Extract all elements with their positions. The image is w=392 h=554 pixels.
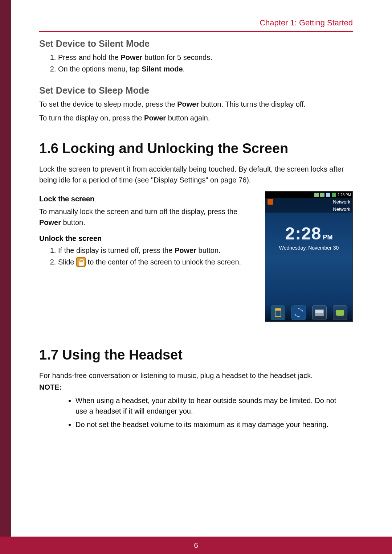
text: To turn the display on, press the xyxy=(39,114,144,122)
text: If the display is turned off, press the xyxy=(58,246,175,254)
unlock-subhead: Unlock the screen xyxy=(39,234,256,243)
footer-bar: 6 xyxy=(0,537,392,554)
dock-lock-icon[interactable] xyxy=(271,305,285,320)
side-strip xyxy=(0,0,11,537)
silent-step-1: Press and hold the Power button for 5 se… xyxy=(58,52,353,63)
text: On the options menu, tap xyxy=(58,65,142,73)
signal-icon xyxy=(314,193,319,197)
unlock-step-2: Slide to the center of the screen to unl… xyxy=(58,257,256,267)
text: To set the device to sleep mode, press t… xyxy=(39,100,177,108)
section-1-6-intro: Lock the screen to prevent it from accid… xyxy=(39,164,353,185)
phone-screenshot: 2:28 PM Network Network 2:28PM Wednesday… xyxy=(265,191,353,322)
status-bar: 2:28 PM xyxy=(265,192,352,198)
text: button. xyxy=(196,246,221,254)
note-bullets: When using a headset, your ability to he… xyxy=(75,395,353,430)
lock-text: To manually lock the screen and turn off… xyxy=(39,206,256,228)
dock-gallery-icon[interactable] xyxy=(312,305,327,320)
sleep-mode-heading: Set Device to Sleep Mode xyxy=(39,85,353,96)
clock-date: Wednesday, November 30 xyxy=(265,245,352,251)
signal-icon xyxy=(326,193,330,197)
bold: Power xyxy=(121,53,142,61)
text: button. This turns the display off. xyxy=(199,100,306,108)
notification-row: Network xyxy=(265,198,352,205)
bold: Power xyxy=(175,246,196,254)
chapter-header: Chapter 1: Getting Started xyxy=(39,18,353,32)
status-time: 2:28 PM xyxy=(338,193,351,197)
signal-icon xyxy=(320,193,324,197)
lockscreen-dock xyxy=(265,304,352,321)
bold: Power xyxy=(39,218,61,226)
unlock-steps: If the display is turned off, press the … xyxy=(58,245,256,267)
clock-ampm: PM xyxy=(323,234,333,241)
text: to the center of the screen to unlock th… xyxy=(86,258,241,266)
section-1-6-title: 1.6 Locking and Unlocking the Screen xyxy=(39,141,353,156)
dock-message-icon[interactable] xyxy=(333,305,347,320)
silent-step-2: On the options menu, tap Silent mode. xyxy=(58,63,353,74)
lock-icon xyxy=(76,257,86,267)
bold: Power xyxy=(177,100,199,108)
bold: Silent mode xyxy=(142,65,183,73)
text: . xyxy=(183,65,185,73)
text: Slide xyxy=(58,258,76,266)
battery-icon xyxy=(332,193,336,197)
text: To manually lock the screen and turn off… xyxy=(39,208,237,216)
silent-mode-steps: Press and hold the Power button for 5 se… xyxy=(58,52,353,74)
text: Press and hold the xyxy=(58,53,121,61)
section-1-7-p1: For hands-free conversation or listening… xyxy=(39,370,353,381)
page-number: 6 xyxy=(194,541,198,549)
section-1-6-left: Lock the screen To manually lock the scr… xyxy=(39,191,256,322)
section-1-7-title: 1.7 Using the Headset xyxy=(39,347,353,363)
silent-mode-heading: Set Device to Silent Mode xyxy=(39,38,353,49)
text: button for 5 seconds. xyxy=(142,53,212,61)
notification-text: Network xyxy=(333,206,350,212)
text: button. xyxy=(61,218,85,226)
lock-subhead: Lock the screen xyxy=(39,195,256,203)
notification-text: Network xyxy=(333,199,350,205)
clock-time: 2:28 xyxy=(285,223,321,243)
text: button again. xyxy=(166,114,210,122)
dock-phone-icon[interactable] xyxy=(291,305,306,320)
note-bullet-1: When using a headset, your ability to he… xyxy=(75,395,353,416)
note-bullet-2: Do not set the headset volume to its max… xyxy=(75,419,353,430)
sleep-p2: To turn the display on, press the Power … xyxy=(39,112,353,123)
bold: Power xyxy=(144,114,166,122)
sleep-p1: To set the device to sleep mode, press t… xyxy=(39,99,353,110)
lockscreen-clock: 2:28PM Wednesday, November 30 xyxy=(265,223,352,251)
note-label: NOTE: xyxy=(39,383,62,391)
page-content: Chapter 1: Getting Started Set Device to… xyxy=(0,0,392,430)
unlock-step-1: If the display is turned off, press the … xyxy=(58,245,256,256)
notification-icon xyxy=(268,199,273,205)
notification-row: Network xyxy=(265,205,352,213)
